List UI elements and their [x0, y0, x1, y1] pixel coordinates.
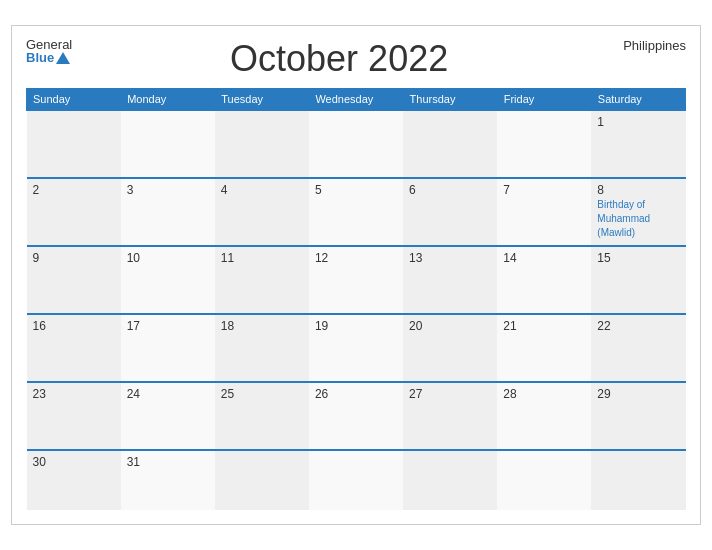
- day-number: 11: [221, 251, 303, 265]
- logo-blue-text: Blue: [26, 51, 54, 64]
- day-number: 9: [33, 251, 115, 265]
- day-number: 10: [127, 251, 209, 265]
- day-number: 12: [315, 251, 397, 265]
- day-number: 30: [33, 455, 115, 469]
- calendar-cell: 29: [591, 382, 685, 450]
- calendar-cell: 5: [309, 178, 403, 246]
- calendar-cell: [215, 450, 309, 510]
- header-wednesday: Wednesday: [309, 89, 403, 111]
- day-number: 8: [597, 183, 679, 197]
- day-number: 13: [409, 251, 491, 265]
- calendar-cell: 11: [215, 246, 309, 314]
- header-sunday: Sunday: [27, 89, 121, 111]
- calendar-cell: [309, 450, 403, 510]
- day-number: 23: [33, 387, 115, 401]
- day-number: 17: [127, 319, 209, 333]
- calendar-header: General Blue October 2022 Philippines: [26, 38, 686, 80]
- calendar-cell: 14: [497, 246, 591, 314]
- country-label: Philippines: [606, 38, 686, 53]
- day-number: 15: [597, 251, 679, 265]
- day-number: 22: [597, 319, 679, 333]
- calendar-cell: [497, 110, 591, 178]
- header-monday: Monday: [121, 89, 215, 111]
- day-number: 20: [409, 319, 491, 333]
- day-number: 29: [597, 387, 679, 401]
- calendar-cell: 15: [591, 246, 685, 314]
- calendar-cell: 4: [215, 178, 309, 246]
- calendar-cell: 17: [121, 314, 215, 382]
- calendar-cell: 21: [497, 314, 591, 382]
- day-number: 25: [221, 387, 303, 401]
- calendar-cell: 18: [215, 314, 309, 382]
- calendar-week-row: 16171819202122: [27, 314, 686, 382]
- calendar-cell: 9: [27, 246, 121, 314]
- calendar-cell: 27: [403, 382, 497, 450]
- logo-triangle-icon: [56, 52, 70, 64]
- calendar-cell: [403, 110, 497, 178]
- calendar-cell: 19: [309, 314, 403, 382]
- day-number: 14: [503, 251, 585, 265]
- event-text: Birthday of Muhammad (Mawlid): [597, 199, 650, 238]
- month-title: October 2022: [72, 38, 606, 80]
- calendar-cell: 28: [497, 382, 591, 450]
- logo: General Blue: [26, 38, 72, 64]
- calendar-cell: 16: [27, 314, 121, 382]
- calendar-week-row: 2345678Birthday of Muhammad (Mawlid): [27, 178, 686, 246]
- day-number: 7: [503, 183, 585, 197]
- day-number: 2: [33, 183, 115, 197]
- header-saturday: Saturday: [591, 89, 685, 111]
- calendar-cell: 6: [403, 178, 497, 246]
- day-number: 18: [221, 319, 303, 333]
- calendar-cell: 23: [27, 382, 121, 450]
- calendar-cell: [403, 450, 497, 510]
- calendar-cell: [27, 110, 121, 178]
- day-number: 21: [503, 319, 585, 333]
- calendar-cell: 2: [27, 178, 121, 246]
- day-number: 16: [33, 319, 115, 333]
- calendar-cell: 12: [309, 246, 403, 314]
- calendar-cell: 8Birthday of Muhammad (Mawlid): [591, 178, 685, 246]
- calendar-table: Sunday Monday Tuesday Wednesday Thursday…: [26, 88, 686, 510]
- calendar-cell: 31: [121, 450, 215, 510]
- calendar-cell: 10: [121, 246, 215, 314]
- calendar-cell: 1: [591, 110, 685, 178]
- day-number: 4: [221, 183, 303, 197]
- day-number: 3: [127, 183, 209, 197]
- calendar-cell: 22: [591, 314, 685, 382]
- day-number: 6: [409, 183, 491, 197]
- calendar-cell: 13: [403, 246, 497, 314]
- header-friday: Friday: [497, 89, 591, 111]
- calendar-cell: [121, 110, 215, 178]
- header-tuesday: Tuesday: [215, 89, 309, 111]
- calendar-week-row: 1: [27, 110, 686, 178]
- calendar-week-row: 9101112131415: [27, 246, 686, 314]
- calendar-week-row: 23242526272829: [27, 382, 686, 450]
- day-number: 24: [127, 387, 209, 401]
- calendar-cell: [591, 450, 685, 510]
- calendar-cell: 7: [497, 178, 591, 246]
- calendar-cell: [215, 110, 309, 178]
- calendar-cell: 24: [121, 382, 215, 450]
- weekday-header-row: Sunday Monday Tuesday Wednesday Thursday…: [27, 89, 686, 111]
- header-thursday: Thursday: [403, 89, 497, 111]
- day-number: 27: [409, 387, 491, 401]
- calendar-cell: 30: [27, 450, 121, 510]
- calendar-cell: 20: [403, 314, 497, 382]
- day-number: 28: [503, 387, 585, 401]
- calendar-container: General Blue October 2022 Philippines Su…: [11, 25, 701, 525]
- calendar-cell: 3: [121, 178, 215, 246]
- calendar-week-row: 3031: [27, 450, 686, 510]
- calendar-cell: 26: [309, 382, 403, 450]
- calendar-cell: [497, 450, 591, 510]
- day-number: 5: [315, 183, 397, 197]
- day-number: 19: [315, 319, 397, 333]
- day-number: 31: [127, 455, 209, 469]
- calendar-cell: 25: [215, 382, 309, 450]
- day-number: 1: [597, 115, 679, 129]
- day-number: 26: [315, 387, 397, 401]
- calendar-cell: [309, 110, 403, 178]
